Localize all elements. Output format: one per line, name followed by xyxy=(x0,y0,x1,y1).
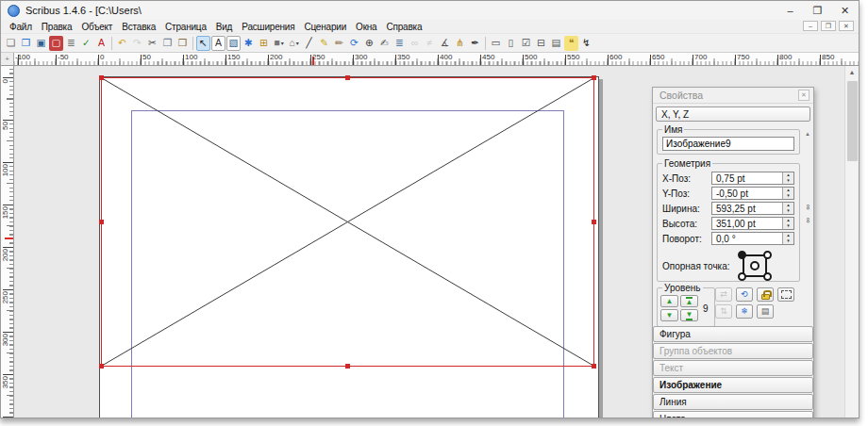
basepoint-center[interactable] xyxy=(750,261,760,270)
scrollbar-thumb[interactable] xyxy=(847,81,858,161)
menu-help[interactable]: Справка xyxy=(381,22,426,32)
document-canvas[interactable]: Свойства ✕ X, Y, Z ▲ ▼ ∞ ∞ Имя Геометрия… xyxy=(14,66,859,418)
section-image-button[interactable]: Изображение xyxy=(653,377,813,393)
menu-edit[interactable]: Правка xyxy=(37,22,77,32)
lower-button[interactable]: ▼ xyxy=(660,309,678,321)
panel-scroll-up-icon[interactable]: ▲ xyxy=(805,131,810,137)
save-document-button[interactable]: ▣ xyxy=(34,36,48,51)
measurements-button[interactable]: ∡ xyxy=(438,36,452,51)
restore-button[interactable]: ❐ xyxy=(804,1,831,20)
frame-handle[interactable] xyxy=(345,364,350,369)
scroll-up-arrow-icon[interactable]: ▲ xyxy=(845,66,859,78)
rotate-item-button[interactable]: ⟳ xyxy=(347,36,361,51)
spin-down-icon[interactable]: ▾ xyxy=(783,193,793,199)
tab-xyz[interactable]: X, Y, Z xyxy=(656,106,810,122)
palette-title-bar[interactable]: Свойства ✕ xyxy=(653,88,813,104)
section-colors-button[interactable]: Цвета xyxy=(653,411,813,418)
menu-view[interactable]: Вид xyxy=(211,22,238,32)
menu-item[interactable]: Объект xyxy=(76,22,117,32)
insert-shape-button[interactable]: ■▾ xyxy=(272,36,286,51)
mdi-restore-button[interactable]: ❐ xyxy=(821,21,836,31)
pdf-link-annotation-button[interactable]: ↯ xyxy=(579,36,593,51)
select-tool-button[interactable]: ↖ xyxy=(196,36,210,51)
frame-handle[interactable] xyxy=(99,75,104,80)
menu-file[interactable]: Файл xyxy=(5,22,37,32)
ruler-origin-box[interactable]: + xyxy=(1,53,14,66)
spin-down-icon[interactable]: ▾ xyxy=(783,178,793,184)
copy-button[interactable]: ❐ xyxy=(160,36,175,51)
spin-down-icon[interactable]: ▾ xyxy=(783,238,793,244)
preflight-verifier-button[interactable]: ✓ xyxy=(79,36,93,51)
lock-size-button[interactable] xyxy=(777,287,794,302)
image-frame[interactable] xyxy=(101,77,594,367)
section-line-button[interactable]: Линия xyxy=(653,394,813,410)
insert-line-button[interactable]: ╱ xyxy=(302,36,316,51)
minimize-button[interactable]: – xyxy=(776,1,804,20)
story-editor-button[interactable]: ≣ xyxy=(392,36,407,51)
rotation-input[interactable]: 0,0 °▴▾ xyxy=(711,232,794,245)
flip-vertical-button[interactable]: ❄ xyxy=(736,304,753,319)
link-width-height-icon[interactable]: ∞ xyxy=(805,218,813,223)
zoom-tool-button[interactable]: ⊕ xyxy=(362,36,376,51)
copy-properties-button[interactable]: ⋔ xyxy=(453,36,467,51)
pdf-text-annotation-button[interactable]: ❝ xyxy=(564,36,578,51)
insert-text-frame-button[interactable]: A xyxy=(211,36,225,51)
basepoint-top-left[interactable] xyxy=(738,251,746,259)
menu-scripts[interactable]: Сценарии xyxy=(299,22,351,32)
pdf-combo-box-button[interactable]: ⊟ xyxy=(534,36,548,51)
insert-polygon-button[interactable]: ⌂▾ xyxy=(287,36,301,51)
horizontal-ruler[interactable]: -100-50050100150200250300350400450500550… xyxy=(14,53,859,66)
object-name-input[interactable] xyxy=(662,137,794,151)
basepoint-top-right[interactable] xyxy=(763,251,772,259)
height-input[interactable]: 351,00 pt▴▾ xyxy=(711,217,794,230)
insert-render-frame-button[interactable]: ✱ xyxy=(242,36,256,51)
insert-bezier-button[interactable]: ✎ xyxy=(317,36,331,51)
pdf-list-box-button[interactable]: ▤ xyxy=(549,36,563,51)
raise-to-top-button[interactable]: ▲ xyxy=(680,295,698,307)
print-object-button[interactable]: ▤ xyxy=(757,304,774,319)
menu-page[interactable]: Страница xyxy=(160,22,211,32)
open-document-button[interactable]: ❒ xyxy=(19,36,33,51)
close-button[interactable]: ✕ xyxy=(831,1,859,20)
lower-to-bottom-button[interactable]: ▼ xyxy=(680,309,698,321)
vertical-ruler[interactable]: 050100150200250300350 xyxy=(1,66,14,418)
pdf-push-button[interactable]: ▭ xyxy=(489,36,503,51)
insert-freehand-button[interactable]: ✏ xyxy=(332,36,346,51)
frame-handle[interactable] xyxy=(99,220,104,224)
pdf-checkbox-button[interactable]: ☑ xyxy=(519,36,533,51)
insert-table-button[interactable]: ⊞ xyxy=(257,36,271,51)
pdf-export-button[interactable]: A xyxy=(94,36,108,51)
menu-windows[interactable]: Окна xyxy=(351,22,381,32)
menu-insert[interactable]: Вставка xyxy=(117,22,160,32)
spin-down-icon[interactable]: ▾ xyxy=(783,208,793,214)
close-document-button[interactable]: ▢ xyxy=(49,36,63,51)
x-pos-input[interactable]: 0,75 pt▴▾ xyxy=(711,172,794,185)
raise-button[interactable]: ▲ xyxy=(660,295,678,307)
flip-horizontal-button[interactable]: ⟲ xyxy=(736,287,753,302)
basepoint-bottom-right[interactable] xyxy=(763,272,772,281)
y-pos-input[interactable]: -0,50 pt▴▾ xyxy=(711,187,794,200)
new-document-button[interactable]: ❏ xyxy=(4,36,18,51)
frame-handle[interactable] xyxy=(99,364,104,369)
pdf-text-field-button[interactable]: ▯ xyxy=(504,36,518,51)
frame-handle[interactable] xyxy=(592,75,596,80)
menu-extras[interactable]: Расширения xyxy=(237,22,299,32)
width-input[interactable]: 593,25 pt▴▾ xyxy=(711,202,794,215)
palette-close-button[interactable]: ✕ xyxy=(798,90,810,101)
print-button[interactable]: ≣ xyxy=(64,36,78,51)
edit-contents-button[interactable]: ✍ xyxy=(377,36,392,51)
title-bar[interactable]: Scribus 1.4.6 - [C:\Users\ – ❐ ✕ xyxy=(1,1,859,20)
section-shape-button[interactable]: Фигура xyxy=(653,326,813,342)
frame-handle[interactable] xyxy=(345,75,350,80)
basepoint-selector[interactable] xyxy=(738,251,772,281)
cut-button[interactable]: ✂ xyxy=(145,36,159,51)
basepoint-bottom-left[interactable] xyxy=(738,272,746,281)
undo-button[interactable]: ↶ xyxy=(115,36,129,51)
insert-image-frame-button[interactable]: ▧ xyxy=(226,36,241,51)
lock-object-button[interactable] xyxy=(757,287,774,302)
frame-handle[interactable] xyxy=(592,220,596,224)
mdi-close-button[interactable]: ✕ xyxy=(839,21,854,31)
mdi-minimize-button[interactable]: – xyxy=(803,21,818,31)
spin-down-icon[interactable]: ▾ xyxy=(783,223,793,229)
frame-handle[interactable] xyxy=(592,364,596,369)
